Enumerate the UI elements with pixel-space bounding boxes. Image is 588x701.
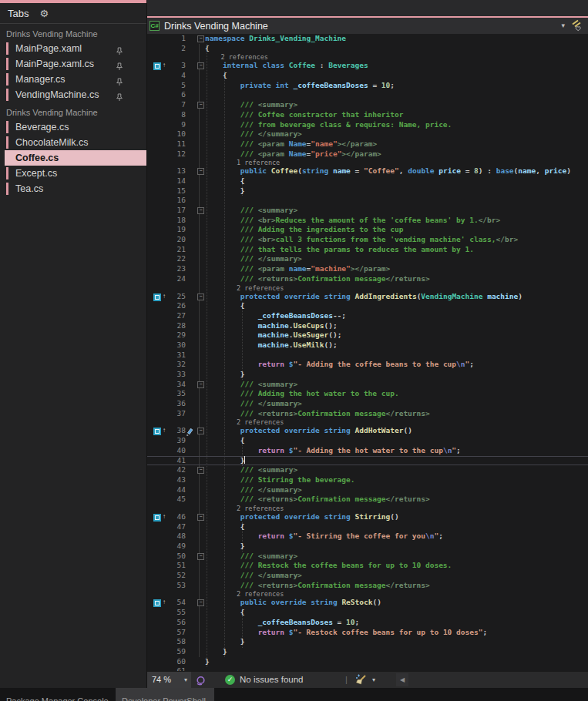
code-line-61[interactable]: 61 [147,666,588,671]
glyph-margin[interactable] [147,608,166,618]
glyph-margin[interactable] [147,129,166,139]
sidebar-item-coffee-cs[interactable]: Coffee.cs [0,150,146,166]
code-line-43[interactable]: 43 /// Stirring the beverage. [147,475,588,485]
pin-icon[interactable] [116,45,123,59]
code-line-29[interactable]: 29 machine.UseSuger(); [147,330,588,340]
code-line-57[interactable]: 57 return $"- Restock coffee beans for u… [147,628,588,638]
code-cleanup-dropdown-icon[interactable]: ▾ [372,672,375,688]
glyph-margin[interactable] [147,647,166,657]
glyph-margin[interactable]: ↑ [147,512,166,522]
code-line-47[interactable]: 47 { [147,522,588,532]
glyph-margin[interactable] [147,389,166,399]
code-line-31[interactable]: 31 [147,350,588,361]
code-line-38[interactable]: ↑38− protected override string AddHotWat… [147,426,588,436]
inheritance-margin-icon[interactable] [153,293,161,301]
glyph-margin[interactable] [147,71,166,81]
glyph-margin[interactable] [147,330,166,340]
code-line-58[interactable]: 58 } [147,637,588,647]
inheritance-margin-icon[interactable] [153,514,161,522]
code-line-9[interactable]: 9 /// from beverage class & requires: Na… [147,120,588,130]
code-line-48[interactable]: 48 return $"- Stirring the coffee for yo… [147,532,588,542]
glyph-margin[interactable] [147,637,166,647]
editor-tab-title[interactable]: Drinks Vending Machine [164,21,268,32]
glyph-margin[interactable] [147,166,166,176]
glyph-margin[interactable] [147,245,166,255]
glyph-margin[interactable] [147,90,166,100]
code-line-21[interactable]: 21 /// that tells the params to reduces … [147,245,588,255]
code-line-24[interactable]: 24 /// <returns>Confirmation message</re… [147,274,588,284]
code-line-52[interactable]: 52 /// </summary> [147,571,588,581]
tool-window-tab-package-manager-console[interactable]: Package Manager Console [6,696,109,701]
code-line-32[interactable]: 32 return $"- Adding the coffee beans to… [147,360,588,370]
glyph-margin[interactable] [147,311,166,321]
hscroll-left-button[interactable]: ◀ [396,673,408,686]
glyph-margin[interactable] [147,628,166,638]
extension-status-icon[interactable] [196,675,206,689]
zoom-dropdown-icon[interactable]: ▾ [184,672,187,688]
code-line-13[interactable]: 13− public Coffee(string name = "Coffee"… [147,166,588,176]
code-editor[interactable]: 1−namespace Drinks_Vending_Machine2{ 2 r… [147,34,588,671]
fold-marker[interactable]: − [197,102,204,109]
code-line-33[interactable]: 33 } [147,370,588,380]
glyph-margin[interactable] [147,176,166,186]
fold-marker[interactable]: − [197,168,204,175]
glyph-margin[interactable] [147,446,166,456]
glyph-margin[interactable] [147,618,166,628]
codelens-references[interactable]: 2 references [147,418,588,426]
code-line-23[interactable]: 23 /// <param name="machine"></param> [147,264,588,274]
glyph-margin[interactable] [147,235,166,245]
inheritance-margin-icon[interactable] [153,428,161,435]
glyph-margin[interactable]: ↑ [147,426,166,436]
glyph-margin[interactable] [147,216,166,226]
fold-marker[interactable]: − [197,207,204,214]
code-line-14[interactable]: 14 { [147,176,588,186]
code-line-44[interactable]: 44 /// </summary> [147,485,588,495]
code-line-59[interactable]: 59 } [147,647,588,657]
glyph-margin[interactable] [147,485,166,495]
glyph-margin[interactable] [147,274,166,284]
glyph-margin[interactable] [147,301,166,311]
code-line-34[interactable]: 34− /// <summary> [147,380,588,390]
fold-marker[interactable]: − [197,467,204,474]
code-line-51[interactable]: 51 /// Restock the coffee beans for up t… [147,561,588,571]
code-line-53[interactable]: 53 /// <returns>Confirmation message</re… [147,581,588,591]
tab-personalize-icon[interactable] [571,19,585,35]
code-line-55[interactable]: 55 { [147,608,588,618]
fold-marker[interactable]: − [197,293,204,300]
code-line-49[interactable]: 49 } [147,542,588,552]
glyph-margin[interactable] [147,571,166,581]
code-line-17[interactable]: 17− /// <summary> [147,206,588,216]
glyph-margin[interactable]: ↑ [147,598,166,608]
code-line-35[interactable]: 35 /// Adding the hot water to the cup. [147,389,588,399]
code-line-40[interactable]: 40 return $"- Adding the hot water to th… [147,446,588,456]
code-line-4[interactable]: 4 { [147,71,588,81]
code-line-56[interactable]: 56 _coffeeBeansDoses = 10; [147,618,588,628]
fold-marker[interactable]: − [197,62,204,69]
code-line-8[interactable]: 8 /// Coffee constractor that inheritor [147,110,588,120]
fold-marker[interactable]: − [197,514,204,521]
glyph-margin[interactable] [147,149,166,159]
glyph-margin[interactable] [147,186,166,196]
glyph-margin[interactable] [147,321,166,331]
glyph-margin[interactable] [147,561,166,571]
code-line-41[interactable]: 41 } [147,456,588,466]
code-line-3[interactable]: ↑3− internal class Coffee : Beverages [147,61,588,71]
codelens-references[interactable]: 2 references [147,590,588,598]
code-line-10[interactable]: 10 /// </summary> [147,129,588,139]
code-line-22[interactable]: 22 /// </summary> [147,254,588,264]
sidebar-item-vendingmachine-cs[interactable]: VendingMachine.cs [0,87,146,102]
glyph-margin[interactable] [147,532,166,542]
glyph-margin[interactable] [147,81,166,91]
code-cleanup-broom-icon[interactable] [355,674,368,689]
glyph-margin[interactable] [147,34,166,44]
sidebar-item-mainpage-xaml[interactable]: MainPage.xaml [0,41,146,56]
sidebar-item-except-cs[interactable]: Except.cs [0,166,146,181]
glyph-margin[interactable] [147,495,166,505]
pin-icon[interactable] [116,91,123,105]
tool-window-tab-developer-powershell[interactable]: Developer PowerShell [116,688,214,701]
sidebar-item-mainpage-xaml-cs[interactable]: MainPage.xaml.cs [0,56,146,72]
glyph-margin[interactable] [147,657,166,667]
code-line-15[interactable]: 15 } [147,186,588,196]
glyph-margin[interactable] [147,264,166,274]
glyph-margin[interactable] [147,100,166,110]
